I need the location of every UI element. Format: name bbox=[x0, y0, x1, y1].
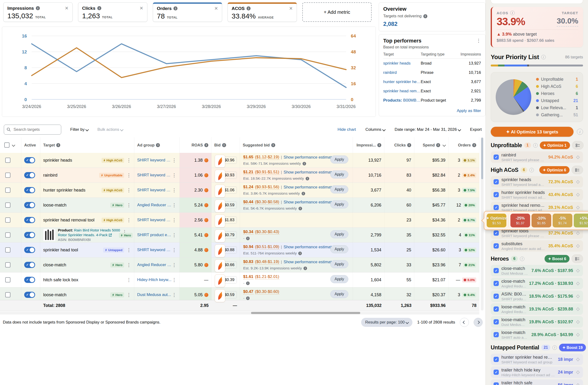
section-settings-icon[interactable] bbox=[572, 255, 583, 263]
suggested-bid-range[interactable]: ($1.21-$2.01) bbox=[255, 274, 279, 279]
column-header-impressi-[interactable]: Impressi...i bbox=[353, 137, 384, 153]
kebab-menu-icon[interactable]: ⋮ bbox=[126, 203, 131, 208]
columns-dropdown[interactable]: Columns bbox=[365, 127, 385, 132]
bid-option-button[interactable]: -10%$1.65 bbox=[531, 214, 551, 227]
row-checkbox[interactable] bbox=[5, 232, 10, 238]
active-toggle[interactable] bbox=[24, 277, 35, 283]
apply-button[interactable]: Apply bbox=[330, 290, 348, 298]
column-header-target[interactable]: Targeti bbox=[40, 137, 134, 153]
kebab-menu-icon[interactable]: ⋮ bbox=[172, 188, 177, 192]
ad-group-link[interactable]: Hidey-Hitch keyw... bbox=[137, 278, 172, 282]
section-action-button[interactable]: ✦ Boost 6 bbox=[545, 255, 569, 262]
bid-option-button[interactable]: +5%$1.92 bbox=[574, 214, 588, 227]
apply-button[interactable]: Apply bbox=[330, 245, 348, 253]
chevron-down-icon[interactable] bbox=[12, 143, 15, 147]
add-metric-button[interactable]: + Add metric bbox=[302, 2, 372, 22]
apply-button[interactable]: Apply bbox=[330, 200, 348, 208]
apply-button[interactable]: Apply bbox=[330, 185, 348, 193]
kebab-menu-icon[interactable]: ⋮ bbox=[172, 158, 177, 163]
active-toggle[interactable] bbox=[24, 187, 35, 193]
tp-target-link[interactable]: sprinkler head remo... bbox=[383, 89, 421, 93]
info-icon[interactable]: i bbox=[533, 143, 538, 148]
suggested-bid-range[interactable]: ($0.51-$1.09) bbox=[255, 244, 279, 250]
kebab-menu-icon[interactable]: ⋮ bbox=[126, 292, 131, 297]
product-title-link[interactable]: Rotor Sprinkler Heads. 4-Pack bbox=[58, 233, 109, 237]
priority-target-item[interactable]: ✓hunter sprinkler head removal toolSHIRT… bbox=[491, 354, 583, 365]
close-icon[interactable]: ✕ bbox=[214, 6, 218, 11]
tp-target-link[interactable]: rainbird bbox=[383, 70, 421, 75]
section-action-button[interactable]: ✦ Boost 19 bbox=[559, 344, 586, 351]
priority-target-item[interactable]: ✓trailer hitch safeHidey-Hitch keyword p… bbox=[491, 379, 583, 385]
column-header-ad-group[interactable]: Ad groupi bbox=[134, 137, 180, 153]
suggested-bid-link[interactable]: $0.34 bbox=[243, 230, 253, 235]
priority-target-item[interactable]: ✓hunter sprinkler headsSHIRT keyword exa… bbox=[491, 189, 583, 200]
column-header-roas[interactable]: ROASi bbox=[180, 137, 211, 153]
item-checkbox[interactable]: ✓ bbox=[494, 294, 499, 299]
item-checkbox[interactable]: ✓ bbox=[494, 281, 499, 286]
kebab-menu-icon[interactable]: ⋮ bbox=[126, 278, 131, 282]
date-range-dropdown[interactable]: Date range: Mar 24 - Mar 31, 2026 bbox=[395, 127, 461, 132]
kebab-menu-icon[interactable]: ⋮ bbox=[172, 278, 177, 282]
kebab-menu-icon[interactable]: ⋮ bbox=[172, 292, 177, 297]
show-performance-estimates-link[interactable]: Show performance estimates bbox=[284, 245, 336, 250]
kebab-menu-icon[interactable]: ⋮ bbox=[476, 38, 481, 43]
crosshair-icon[interactable] bbox=[576, 370, 580, 375]
crosshair-icon[interactable] bbox=[576, 180, 580, 184]
apply-button[interactable]: Apply bbox=[330, 260, 348, 268]
show-performance-estimates-link[interactable]: Show performance estimates bbox=[284, 170, 336, 175]
show-performance-estimates-link[interactable]: Show performance estimates bbox=[284, 155, 336, 160]
suggested-bid-range[interactable]: ($0.30-$0.58) bbox=[255, 200, 279, 205]
suggested-bid-link[interactable]: $1.24 bbox=[243, 185, 253, 190]
tp-target-link[interactable]: sprinkler heads bbox=[383, 61, 421, 66]
row-checkbox[interactable] bbox=[5, 217, 10, 223]
info-icon[interactable]: i bbox=[520, 257, 525, 261]
item-checkbox[interactable]: ✓ bbox=[494, 306, 499, 312]
info-icon[interactable]: i bbox=[529, 168, 534, 172]
priority-target-item[interactable]: ✓ASIN: B00MBNR...SHIRT product exact ...… bbox=[491, 291, 583, 302]
ad-group-link[interactable]: SHIRT keyword b... bbox=[137, 158, 172, 163]
suggested-bid-range[interactable]: ($0.91-$1.51) bbox=[255, 170, 279, 175]
suggested-bid-link[interactable]: $0.94 bbox=[243, 244, 253, 250]
row-checkbox[interactable] bbox=[5, 262, 10, 268]
suggested-bid-link[interactable]: $1.61 bbox=[243, 274, 253, 279]
metric-card-orders[interactable]: Ordersi✕78TOTAL bbox=[153, 2, 222, 22]
horizontal-scrollbar[interactable] bbox=[0, 311, 479, 315]
item-checkbox[interactable]: ✓ bbox=[494, 231, 499, 236]
column-header-active[interactable]: Active bbox=[21, 137, 40, 153]
kebab-menu-icon[interactable]: ⋮ bbox=[126, 218, 131, 222]
tp-target-link[interactable]: Products: B00MBNR... bbox=[383, 98, 421, 103]
hide-chart-link[interactable]: Hide chart bbox=[338, 127, 356, 132]
search-targets-box[interactable] bbox=[4, 125, 61, 135]
close-icon[interactable]: ✕ bbox=[289, 6, 293, 11]
column-header-clicks[interactable]: Clicksi bbox=[384, 137, 414, 153]
crosshair-icon[interactable] bbox=[576, 192, 580, 197]
item-checkbox[interactable]: ✓ bbox=[494, 268, 499, 273]
ad-group-link[interactable]: Dust Medusa aut... bbox=[137, 292, 172, 297]
item-checkbox[interactable]: ✓ bbox=[494, 179, 499, 184]
acos-target-value[interactable]: 30.0% bbox=[557, 17, 578, 27]
row-checkbox[interactable] bbox=[5, 188, 10, 193]
suggested-bid-link[interactable]: $0.47 bbox=[243, 289, 253, 294]
crosshair-icon[interactable] bbox=[576, 333, 580, 337]
section-action-button[interactable]: ✦ Optimize 1 bbox=[540, 141, 570, 149]
external-link-icon[interactable] bbox=[109, 233, 112, 237]
ad-group-link[interactable]: Angled Reducer a... bbox=[137, 262, 172, 267]
tp-target-link[interactable]: hunter sprinkler heads bbox=[383, 80, 421, 84]
info-icon[interactable]: i bbox=[577, 129, 583, 135]
crosshair-icon[interactable] bbox=[576, 294, 580, 299]
show-performance-estimates-link[interactable]: Show performance estimates bbox=[284, 185, 336, 190]
ad-group-link[interactable]: SHIRT keyword e... bbox=[137, 218, 172, 222]
crosshair-icon[interactable] bbox=[576, 244, 580, 248]
kebab-menu-icon[interactable]: ⋮ bbox=[172, 233, 177, 237]
priority-target-item[interactable]: ✓sprinkler headsSHIRT keyword broad ad g… bbox=[491, 176, 583, 188]
suggested-bid-link[interactable]: $1.65 bbox=[243, 155, 253, 160]
section-settings-icon[interactable] bbox=[572, 166, 583, 174]
suggested-bid-range[interactable]: ($0.30-$0.43) bbox=[255, 230, 279, 235]
active-toggle[interactable] bbox=[24, 262, 35, 268]
priority-target-item[interactable]: ✓rainbirdSHIRT keyword phrase ad group94… bbox=[491, 151, 583, 163]
active-toggle[interactable] bbox=[24, 232, 35, 238]
results-per-page-dropdown[interactable]: Results per page: 100 bbox=[361, 318, 412, 327]
search-input[interactable] bbox=[4, 125, 61, 135]
crosshair-icon[interactable] bbox=[576, 281, 580, 286]
metric-card-acos[interactable]: ACOSi✕33.84%AVERAGE bbox=[228, 2, 297, 22]
